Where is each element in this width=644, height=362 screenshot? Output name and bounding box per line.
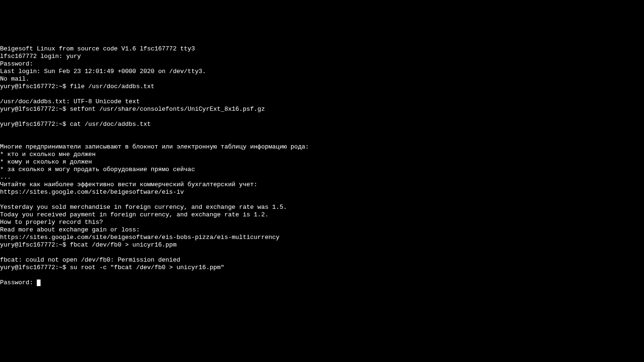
command-line-5: yury@lfsc167772:~$ su root -c "fbcat /de… bbox=[0, 264, 644, 272]
no-mail-line: No mail. bbox=[0, 75, 29, 82]
shell-prompt: yury@lfsc167772:~$ bbox=[0, 241, 70, 248]
cat-output-line: * кому и сколько я должен bbox=[0, 158, 92, 165]
command-line-4: yury@lfsc167772:~$ fbcat /dev/fb0 > unic… bbox=[0, 241, 644, 249]
cat-output-url: https://sites.google.com/site/beigesoftw… bbox=[0, 189, 184, 196]
shell-prompt: yury@lfsc167772:~$ bbox=[0, 264, 70, 271]
text-cursor bbox=[37, 280, 41, 286]
command-text: file /usr/doc/addbs.txt bbox=[70, 83, 154, 90]
last-login-line: Last login: Sun Feb 23 12:01:49 +0000 20… bbox=[0, 68, 206, 75]
command-line-3: yury@lfsc167772:~$ cat /usr/doc/addbs.tx… bbox=[0, 121, 644, 128]
error-line: fbcat: could not open /dev/fb0: Permissi… bbox=[0, 256, 180, 263]
command-line-2: yury@lfsc167772:~$ setfont /usr/share/co… bbox=[0, 106, 644, 113]
command-text: cat /usr/doc/addbs.txt bbox=[70, 121, 151, 128]
cat-output-line: * за сколько я могу продать оборудование… bbox=[0, 166, 195, 173]
command-text: su root -c "fbcat /dev/fb0 > unicyr16.pp… bbox=[70, 264, 224, 271]
command-line-1: yury@lfsc167772:~$ file /usr/doc/addbs.t… bbox=[0, 83, 644, 90]
shell-prompt: yury@lfsc167772:~$ bbox=[0, 121, 70, 128]
cat-output-line: Today you received payment in foreign cu… bbox=[0, 211, 269, 218]
shell-prompt: yury@lfsc167772:~$ bbox=[0, 106, 70, 113]
terminal-screen[interactable]: Beigesoft Linux from source code V1.6 lf… bbox=[0, 38, 644, 294]
password-prompt: Password: bbox=[0, 279, 37, 286]
cat-output-line: Yesterday you sold merchandise in foreig… bbox=[0, 204, 287, 211]
cat-output-line: How to properly record this? bbox=[0, 219, 103, 226]
output-line-file: /usr/doc/addbs.txt: UTF-8 Unicode text bbox=[0, 98, 140, 105]
cat-output-line: ... bbox=[0, 173, 11, 181]
password-prompt-line: Password: bbox=[0, 60, 33, 67]
login-prompt-line: lfsc167772 login: yury bbox=[0, 53, 81, 60]
banner-line: Beigesoft Linux from source code V1.6 lf… bbox=[0, 45, 195, 52]
shell-prompt: yury@lfsc167772:~$ bbox=[0, 83, 70, 90]
command-text: setfont /usr/share/consolefonts/UniCyrEx… bbox=[70, 106, 264, 113]
cat-output-url: https://sites.google.com/site/beigesoftw… bbox=[0, 234, 280, 241]
cat-output-line: Многие предприниматели записывают в блок… bbox=[0, 143, 309, 150]
cat-output-line: * кто и сколько мне должен bbox=[0, 151, 96, 158]
cat-output-line: Читайте как наиболее эффективно вести ко… bbox=[0, 181, 257, 188]
command-text: fbcat /dev/fb0 > unicyr16.ppm bbox=[70, 241, 176, 248]
cat-output-line: Read more about exchange gain or loss: bbox=[0, 226, 140, 233]
password-input-line[interactable]: Password: bbox=[0, 279, 644, 287]
